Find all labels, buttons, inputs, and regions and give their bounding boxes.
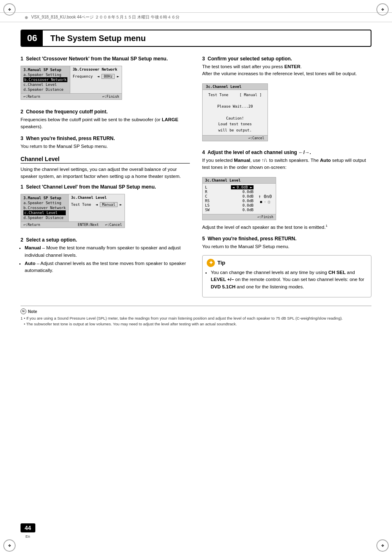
cl-menu-channel: c.Channel Level (23, 210, 66, 215)
footer-return: ↩:Return (23, 94, 40, 99)
cl-col2-content: Test Tone ◄ Manual ► (71, 202, 122, 207)
cl-menu-crossover: b.Crossover Network (23, 205, 66, 210)
corner-decoration-tl: ✤ (3, 3, 16, 16)
note-label: Note (28, 309, 37, 315)
chapter-title: The System Setup menu (43, 31, 371, 46)
cl-col2-title: 3c.Channel Level (71, 196, 122, 200)
crossover-step3-body: You return to the Manual SP Setup menu. (21, 143, 190, 150)
menu-item-distance: d.Speaker Distance (23, 87, 67, 92)
col2-title: 3b.Crossover Network (73, 67, 119, 71)
right-step5-body: You return to the Manual SP Setup menu. (202, 243, 371, 250)
adjust-screen-body: L ◄ 0.0dB ► R 0.0dB C 0.0dB RS (203, 184, 276, 214)
channel-row-rs: RS 0.0dB (205, 199, 254, 203)
cl-menu-speaker: a.Speaker Setting (23, 200, 66, 205)
channel-step2-heading: 2 Select a setup option. (21, 237, 190, 243)
adjust-screen-channels: L ◄ 0.0dB ► R 0.0dB C 0.0dB RS (205, 185, 254, 212)
page-number: 44 (21, 523, 35, 532)
wait-screen-body: Test Tone [ Manual ] Please Wait...20 Ca… (203, 90, 267, 136)
left-column: 1 Select 'Crossover Network' from the Ma… (21, 56, 190, 297)
crossover-step2-body: Frequencies below the cutoff point will … (21, 116, 190, 131)
right-step5-heading: 5 When you're finished, press RETURN. (202, 236, 371, 242)
right-step4-body: If you selected Manual, use ↑/↓ to switc… (202, 157, 371, 171)
corner-decoration-bl: ✤ (3, 539, 16, 552)
tip-bullets: You can change the channel levels at any… (207, 269, 367, 290)
crossover-step1-block: 1 Select 'Crossover Network' from the Ma… (21, 56, 190, 104)
right-column: 3 Confirm your selected setup option. Th… (202, 56, 371, 297)
menu-item-channel: c.Channel Level (23, 82, 67, 87)
tip-label: Tip (217, 259, 225, 267)
file-info-text: VSX_918_818_KU.book 44ページ ２００８年５月１５日 木曜日… (31, 14, 180, 20)
crossover-step1-heading: 1 Select 'Crossover Network' from the Ma… (21, 56, 190, 62)
right-step3-heading: 3 Confirm your selected setup option. (202, 56, 371, 62)
arrow-icon: ⊕ (25, 15, 28, 20)
menu-item-speaker: a.Speaker Setting (23, 72, 67, 77)
tip-icon: ✦ (207, 259, 215, 267)
cl-menu-title: 3.Manual SP Setup (23, 196, 66, 200)
screen-footer: ↩:Return ↩:Finish (21, 93, 122, 99)
channel-step1-heading: 1 Select 'Channel Level' from the Manual… (21, 184, 190, 190)
menu-item-crossover: b.Crossover Network (23, 77, 67, 82)
page-lang: En (25, 534, 30, 539)
channel-level-title: Channel Level (21, 156, 190, 164)
cl-footer-return: ↩:Return (23, 223, 40, 227)
adjust-note: Adjust the level of each speaker as the … (202, 223, 371, 231)
crossover-step3-block: 3 When you're finished, press RETURN. Yo… (21, 136, 190, 150)
channel-step2-bullets: Manual – Move the test tone manually fro… (21, 244, 190, 274)
wait-screen: 3c.Channel Level Test Tone [ Manual ] Pl… (202, 83, 268, 142)
note-section: N Note 1 • If you are using a Sound Pres… (21, 306, 371, 327)
tip-header: ✦ Tip (207, 259, 367, 267)
adjust-screen: 3c.Channel Level L ◄ 0.0dB ► R 0.0dB C (202, 177, 276, 220)
right-step3-body: The test tones will start after you pres… (202, 63, 371, 78)
note-icon: N (21, 309, 26, 314)
channel-level-intro: Using the channel level settings, you ca… (21, 166, 190, 180)
footer-finish: ↩:Finish (102, 94, 119, 99)
right-step4-block: 4 Adjust the level of each channel using… (202, 150, 371, 231)
menu-item-title: 3.Manual SP Setup (23, 67, 67, 72)
tip-box: ✦ Tip You can change the channel levels … (202, 255, 371, 297)
cl-footer-enter: ENTER:Next ↩:Cancel (78, 223, 122, 227)
note-item-2: • The subwoofer test tone is output at l… (21, 321, 371, 327)
channel-row-c: C 0.0dB (205, 194, 254, 199)
main-content: 1 Select 'Crossover Network' from the Ma… (21, 56, 371, 297)
channel-row-r: R 0.0dB (205, 190, 254, 194)
channel-step1-block: 1 Select 'Channel Level' from the Manual… (21, 184, 190, 232)
crossover-network-screen: 3.Manual SP Setup a.Speaker Setting b.Cr… (21, 66, 122, 100)
tip-bullet-1: You can change the channel levels at any… (211, 269, 367, 290)
channel-row-sw: SW 0.0dB (205, 208, 254, 212)
cl-menu-distance: d.Speaker Distance (23, 215, 66, 220)
cl-screen-footer: ↩:Return ENTER:Next ↩:Cancel (21, 221, 125, 228)
channel-step2-block: 2 Select a setup option. Manual – Move t… (21, 237, 190, 274)
wait-screen-header: 3c.Channel Level (203, 84, 267, 90)
step-number: 1 (21, 56, 23, 62)
chapter-header: 06 The System Setup menu (21, 30, 371, 47)
channel-level-section: Channel Level Using the channel level se… (21, 156, 190, 274)
file-info-bar: ⊕ VSX_918_818_KU.book 44ページ ２００８年５月１５日 木… (0, 12, 392, 22)
chapter-number: 06 (21, 30, 43, 46)
channel-level-screen: 3.Manual SP Setup a.Speaker Setting b.Cr… (21, 194, 125, 228)
right-step4-heading: 4 Adjust the level of each channel using… (202, 150, 371, 155)
adjust-screen-header: 3c.Channel Level (203, 177, 276, 184)
wait-screen-footer: ↩:Cancel (203, 135, 267, 141)
right-step5-block: 5 When you're finished, press RETURN. Yo… (202, 236, 371, 250)
adjust-screen-indicator: ↑ 0n0 ■ - □ (257, 185, 273, 212)
crossover-step2-block: 2 Choose the frequency cutoff point. Fre… (21, 109, 190, 131)
crossover-step2-heading: 2 Choose the frequency cutoff point. (21, 109, 190, 115)
corner-decoration-br: ✤ (376, 539, 389, 552)
bullet-manual: Manual – Move the test tone manually fro… (25, 244, 190, 259)
bullet-auto: Auto – Adjust channel levels as the test… (25, 260, 190, 274)
channel-row-ls: LS 0.0dB (205, 203, 254, 208)
adjust-screen-footer: ↩:Finish (203, 214, 276, 220)
corner-decoration-tr: ✤ (376, 3, 389, 16)
crossover-step3-heading: 3 When you're finished, press RETURN. (21, 136, 190, 141)
note-header: N Note (21, 309, 371, 315)
col2-content: Frequency ◄ 80Hz ► (73, 74, 119, 79)
note-item-1: 1 • If you are using a Sound Pressure Le… (21, 315, 371, 321)
right-step3-block: 3 Confirm your selected setup option. Th… (202, 56, 371, 145)
channel-row-l: L ◄ 0.0dB ► (205, 185, 254, 190)
